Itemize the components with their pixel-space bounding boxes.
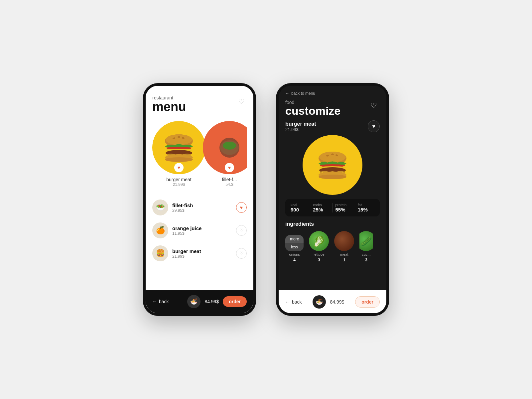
burger-thumb: 🍔	[152, 245, 168, 261]
burger-price-list: 21.99$	[172, 254, 232, 259]
card-fillet-price: 54.$	[225, 182, 233, 187]
item-heart-button[interactable]: ♥	[368, 120, 380, 132]
nutrition-protein: protein 55%	[333, 203, 355, 212]
svg-point-12	[319, 152, 346, 162]
ingredient-onions: more less onions 4	[285, 235, 304, 262]
fat-label: fat	[358, 203, 374, 207]
juice-thumb: 🍊	[152, 222, 168, 238]
back-label-dark: back	[292, 299, 302, 305]
meat-label: meat	[340, 252, 348, 256]
light-header: restaurant menu ♡	[152, 95, 247, 113]
card-heart-orange[interactable]: ♥	[225, 163, 234, 172]
fillet-heart[interactable]: ♥	[236, 202, 247, 213]
menu-title: restaurant menu	[152, 95, 186, 113]
back-button-light[interactable]: ← back	[152, 299, 169, 304]
order-button-dark[interactable]: order	[355, 296, 380, 308]
list-section: 🥗 fillet-fish 29.95$ ♥ 🍊 orange juice 11…	[152, 196, 247, 265]
card-burger-meat[interactable]: ♥ burger meat 21.99$	[152, 121, 205, 187]
order-button-light[interactable]: order	[223, 296, 247, 307]
fat-value: 15%	[358, 207, 374, 212]
bottom-bar-light: ← back 🍜 84.99$ order	[146, 290, 253, 313]
less-button[interactable]: less	[285, 243, 304, 251]
protein-label: protein	[335, 203, 352, 207]
list-item-juice[interactable]: 🍊 orange juice 11.95$ ♡	[152, 219, 247, 242]
list-item-fillet[interactable]: 🥗 fillet-fish 29.95$ ♥	[152, 196, 247, 219]
ingredients-title: ingredients	[285, 221, 380, 227]
meat-image	[334, 231, 354, 251]
dark-screen: ← back to menu food customize ♡ burger m…	[279, 86, 386, 313]
dark-content: ← back to menu food customize ♡ burger m…	[279, 86, 386, 290]
card-fillet[interactable]: ♥ fillet-f... 54.$	[203, 121, 247, 187]
card-fillet-name: fillet-f...	[222, 177, 237, 182]
cart-thumbnail-dark[interactable]: 🍜	[313, 295, 326, 309]
nutrition-fat: fat 15%	[355, 203, 374, 212]
light-content: restaurant menu ♡	[146, 86, 253, 290]
item-name: burger meat	[285, 121, 316, 127]
fillet-info: fillet-fish 29.95$	[172, 202, 232, 213]
nutrition-carbs: carbs 25%	[310, 203, 332, 212]
burger-circle-orange: ♥	[203, 121, 247, 174]
lettuce-count: 3	[318, 258, 320, 262]
cuc-label: cuc...	[362, 252, 370, 256]
burger-image-dark	[314, 151, 351, 179]
card-burger-name: burger meat	[166, 177, 191, 182]
burger-name: burger meat	[172, 248, 232, 254]
back-label-light: back	[159, 299, 169, 304]
kcal-label: kcal	[291, 203, 307, 207]
carbs-value: 25%	[313, 207, 330, 212]
burger-info: burger meat 21.99$	[172, 248, 232, 259]
dark-favorite-icon[interactable]: ♡	[368, 100, 380, 112]
more-less-control[interactable]: more less	[285, 235, 304, 251]
cart-price-light: 84.99$	[204, 299, 219, 304]
ingredient-cuc[interactable]: 🥒 cuc... 3	[359, 231, 373, 262]
food-card-scroll: ♥ burger meat 21.99$	[152, 121, 247, 187]
ingredient-meat[interactable]: meat 1	[334, 231, 354, 262]
menu-label: menu	[152, 100, 186, 113]
svg-point-7	[165, 157, 193, 162]
heart-filled-icon: ♥	[178, 165, 180, 170]
cart-price-dark: 84.99$	[330, 299, 344, 305]
item-price: 21.99$	[285, 127, 316, 132]
onions-label: onions	[289, 252, 300, 256]
fillet-image	[211, 134, 247, 162]
ingredients-section: ingredients more less onions 4 🥬	[285, 221, 380, 262]
juice-name: orange juice	[172, 225, 232, 231]
nutrition-kcal: kcal 900	[291, 203, 310, 212]
back-to-menu-label: back to menu	[291, 91, 315, 96]
svg-point-18	[319, 175, 346, 179]
lettuce-image: 🥬	[309, 231, 329, 251]
cart-thumbnail-light[interactable]: 🍜	[187, 295, 200, 308]
card-heart-yellow[interactable]: ♥	[174, 163, 184, 172]
juice-info: orange juice 11.95$	[172, 225, 232, 236]
favorite-icon[interactable]: ♡	[236, 96, 247, 107]
fillet-price: 29.95$	[172, 208, 232, 213]
juice-price: 11.95$	[172, 231, 232, 236]
protein-value: 55%	[335, 207, 352, 212]
customize-label: customize	[285, 105, 340, 116]
carbs-label: carbs	[313, 203, 330, 207]
more-button[interactable]: more	[285, 235, 304, 243]
card-burger-price: 21.99$	[173, 182, 185, 187]
ingredient-lettuce[interactable]: 🥬 lettuce 3	[309, 231, 329, 262]
svg-point-14	[331, 153, 334, 155]
meat-count: 1	[343, 258, 345, 262]
cuc-count: 3	[365, 258, 367, 262]
back-to-menu[interactable]: ← back to menu	[285, 91, 380, 96]
burger-circle-dark	[303, 135, 362, 195]
svg-point-3	[178, 136, 180, 138]
burger-heart[interactable]: ♡	[236, 248, 247, 259]
light-screen: restaurant menu ♡	[146, 86, 253, 313]
bottom-bar-dark: ← back 🍜 84.99$ order	[279, 290, 386, 313]
back-button-dark[interactable]: ← back	[285, 299, 302, 305]
fillet-name: fillet-fish	[172, 202, 232, 208]
heart-filled-orange: ♥	[228, 165, 231, 170]
svg-point-1	[166, 134, 192, 145]
dark-phone: ← back to menu food customize ♡ burger m…	[276, 83, 389, 316]
svg-point-10	[223, 142, 236, 150]
nutrition-bar: kcal 900 carbs 25% protein 55% fat 15%	[285, 199, 380, 216]
juice-heart[interactable]: ♡	[236, 225, 247, 236]
back-arrow-dark-icon: ←	[285, 91, 289, 96]
lettuce-label: lettuce	[314, 252, 324, 256]
list-item-burger[interactable]: 🍔 burger meat 21.99$ ♡	[152, 242, 247, 265]
ingredients-row: more less onions 4 🥬 lettuce 3	[285, 231, 380, 262]
